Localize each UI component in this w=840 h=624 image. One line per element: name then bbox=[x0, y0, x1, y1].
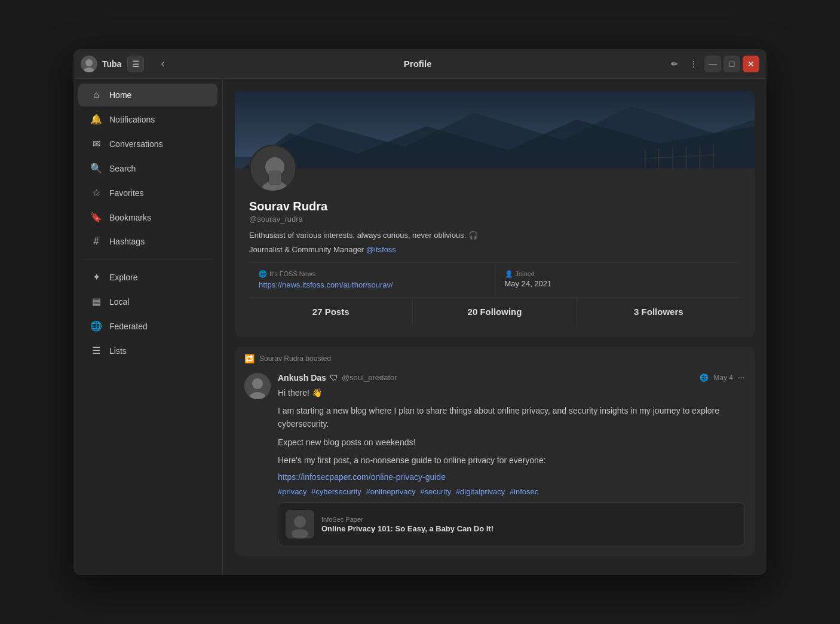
svg-point-22 bbox=[292, 529, 308, 539]
back-button[interactable]: ‹ bbox=[156, 55, 169, 72]
sidebar-item-bookmarks[interactable]: 🔖 Bookmarks bbox=[78, 206, 217, 229]
maximize-icon: □ bbox=[729, 59, 734, 69]
website-icon: 🌐 bbox=[259, 270, 267, 278]
website-label: 🌐 It's FOSS News bbox=[259, 270, 485, 278]
avatar bbox=[81, 56, 97, 72]
profile-avatar-wrapper bbox=[249, 145, 297, 192]
explore-icon: ✦ bbox=[90, 271, 102, 283]
main-layout: ⌂ Home 🔔 Notifications ✉ Conversations 🔍… bbox=[73, 79, 767, 575]
post-author-handle: @soul_predator bbox=[342, 373, 397, 382]
joined-label: 👤 Joined bbox=[505, 270, 731, 278]
post-greeting: Hi there! 👋 bbox=[278, 386, 745, 399]
profile-bio: Enthusiast of various interests, always … bbox=[249, 230, 740, 241]
tag-infosec[interactable]: #infosec bbox=[510, 487, 538, 496]
titlebar-actions: ✏ ⋮ — □ ✕ bbox=[666, 56, 759, 72]
stat-posts[interactable]: 27 Posts bbox=[249, 298, 413, 325]
post-avatar bbox=[244, 373, 271, 399]
post-body: Ankush Das 🛡 @soul_predator 🌐 May 4 ⋯ Hi… bbox=[235, 368, 755, 556]
sidebar-label-notifications: Notifications bbox=[109, 115, 155, 124]
tag-onlineprivacy[interactable]: #onlineprivacy bbox=[366, 487, 415, 496]
svg-point-21 bbox=[294, 516, 306, 528]
sidebar-label-favorites: Favorites bbox=[109, 188, 144, 198]
preview-source: InfoSec Paper bbox=[321, 516, 493, 523]
meta-joined: 👤 Joined May 24, 2021 bbox=[495, 263, 741, 297]
sidebar-item-lists[interactable]: ☰ Lists bbox=[78, 339, 217, 362]
post-card: 🔁 Sourav Rudra boosted Ankush Das bbox=[235, 347, 755, 556]
sidebar-item-search[interactable]: 🔍 Search bbox=[78, 157, 217, 180]
boost-header: 🔁 Sourav Rudra boosted bbox=[235, 347, 755, 368]
tag-privacy[interactable]: #privacy bbox=[278, 487, 306, 496]
sidebar-divider bbox=[83, 259, 213, 259]
stat-followers[interactable]: 3 Followers bbox=[577, 298, 740, 325]
favorites-icon: ☆ bbox=[90, 187, 102, 198]
maximize-button[interactable]: □ bbox=[723, 56, 740, 72]
tag-cybersecurity[interactable]: #cybersecurity bbox=[311, 487, 361, 496]
stat-following[interactable]: 20 Following bbox=[413, 298, 577, 325]
sidebar-label-home: Home bbox=[109, 90, 131, 100]
posts-stat: 27 Posts bbox=[257, 307, 404, 317]
sidebar-label-conversations: Conversations bbox=[109, 139, 163, 149]
app-window: Tuba ☰ ‹ Profile ✏ ⋮ — □ ✕ ⌂ bbox=[73, 49, 767, 575]
federated-icon: 🌐 bbox=[90, 320, 102, 332]
preview-text: InfoSec Paper Online Privacy 101: So Eas… bbox=[321, 516, 493, 533]
menu-button[interactable]: ☰ bbox=[127, 56, 144, 72]
svg-point-18 bbox=[252, 378, 263, 389]
more-icon: ⋮ bbox=[689, 59, 698, 69]
profile-role-link[interactable]: @itsfoss bbox=[366, 245, 396, 254]
sidebar-label-lists: Lists bbox=[109, 346, 127, 356]
website-link[interactable]: https://news.itsfoss.com/author/sourav/ bbox=[259, 280, 393, 289]
timestamp-value: May 4 bbox=[713, 374, 733, 382]
post-timestamp: 🌐 May 4 ⋯ bbox=[700, 374, 745, 382]
post-url-link[interactable]: https://infosecpaper.com/online-privacy-… bbox=[278, 472, 446, 482]
svg-rect-16 bbox=[269, 170, 281, 185]
post-content: Ankush Das 🛡 @soul_predator 🌐 May 4 ⋯ Hi… bbox=[278, 373, 745, 547]
profile-stats: 27 Posts 20 Following 3 Followers bbox=[249, 298, 740, 325]
sidebar-item-home[interactable]: ⌂ Home bbox=[78, 84, 217, 106]
link-preview[interactable]: InfoSec Paper Online Privacy 101: So Eas… bbox=[278, 502, 745, 546]
minimize-button[interactable]: — bbox=[704, 56, 721, 72]
search-icon: 🔍 bbox=[90, 163, 102, 174]
titlebar: Tuba ☰ ‹ Profile ✏ ⋮ — □ ✕ bbox=[73, 49, 767, 79]
window-title: Profile bbox=[169, 59, 666, 69]
svg-point-0 bbox=[85, 59, 93, 66]
more-button[interactable]: ⋮ bbox=[685, 56, 702, 72]
profile-name: Sourav Rudra bbox=[249, 200, 740, 213]
profile-card: Sourav Rudra @sourav_rudra Enthusiast of… bbox=[235, 91, 755, 337]
profile-role: Journalist & Community Manager @itsfoss bbox=[249, 245, 740, 254]
following-stat: 20 Following bbox=[421, 307, 568, 317]
edit-button[interactable]: ✏ bbox=[666, 56, 683, 72]
close-button[interactable]: ✕ bbox=[743, 56, 759, 72]
close-icon: ✕ bbox=[747, 59, 755, 69]
post-body-text1: I am starting a new blog where I plan to… bbox=[278, 404, 745, 431]
sidebar-item-hashtags[interactable]: # Hashtags bbox=[78, 230, 217, 253]
sidebar-item-notifications[interactable]: 🔔 Notifications bbox=[78, 108, 217, 131]
sidebar-label-explore: Explore bbox=[109, 273, 137, 282]
joined-date: May 24, 2021 bbox=[505, 279, 731, 288]
profile-handle: @sourav_rudra bbox=[249, 215, 740, 224]
minimize-icon: — bbox=[709, 59, 717, 69]
notifications-icon: 🔔 bbox=[90, 114, 102, 125]
sidebar-label-bookmarks: Bookmarks bbox=[109, 213, 151, 222]
timestamp-icon: 🌐 bbox=[700, 374, 709, 382]
profile-avatar bbox=[249, 145, 297, 192]
tag-digitalprivacy[interactable]: #digitalprivacy bbox=[456, 487, 505, 496]
boost-icon: 🔁 bbox=[244, 354, 255, 363]
post-body-text2: Expect new blog posts on weekends! bbox=[278, 436, 745, 449]
preview-thumb bbox=[286, 510, 314, 539]
post-body-text3: Here's my first post, a no-nonsense guid… bbox=[278, 454, 745, 467]
post-author-row: Ankush Das 🛡 @soul_predator 🌐 May 4 ⋯ bbox=[278, 373, 745, 383]
boost-text: Sourav Rudra boosted bbox=[259, 354, 331, 363]
sidebar-item-favorites[interactable]: ☆ Favorites bbox=[78, 181, 217, 204]
svg-rect-5 bbox=[235, 157, 755, 169]
sidebar-item-local[interactable]: ▤ Local bbox=[78, 290, 217, 313]
profile-meta: 🌐 It's FOSS News https://news.itsfoss.co… bbox=[249, 262, 740, 298]
sidebar-label-federated: Federated bbox=[109, 322, 148, 331]
hashtags-icon: # bbox=[90, 236, 102, 247]
sidebar-label-local: Local bbox=[109, 297, 129, 307]
sidebar-item-explore[interactable]: ✦ Explore bbox=[78, 265, 217, 289]
tag-security[interactable]: #security bbox=[420, 487, 451, 496]
post-more-button[interactable]: ⋯ bbox=[738, 374, 745, 382]
sidebar-item-federated[interactable]: 🌐 Federated bbox=[78, 314, 217, 338]
sidebar-item-conversations[interactable]: ✉ Conversations bbox=[78, 132, 217, 155]
meta-website: 🌐 It's FOSS News https://news.itsfoss.co… bbox=[249, 263, 495, 297]
